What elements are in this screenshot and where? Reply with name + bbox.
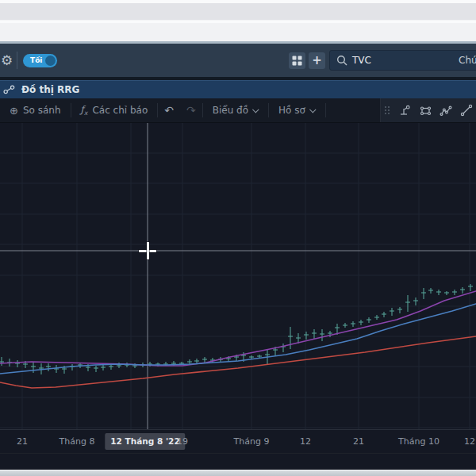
compare-button[interactable]: ⊕ So sánh: [0, 98, 71, 123]
app-toolbar: ⚙ Tối + TVC Chứng: [0, 44, 476, 77]
dark-theme-toggle[interactable]: Tối: [23, 54, 57, 67]
grid-icon: [292, 56, 302, 66]
axis-tick-label: 12: [300, 430, 311, 453]
fx-function-icon: ƒx: [81, 104, 88, 117]
settings-gear-icon[interactable]: ⚙: [1, 52, 13, 68]
toggle-knob-icon: [45, 56, 56, 66]
compare-label: So sánh: [23, 105, 61, 116]
axis-tick-label: 19: [177, 430, 188, 453]
rectangle-tool-icon: [419, 104, 432, 117]
indicators-button[interactable]: ƒx Các chỉ báo: [71, 98, 158, 123]
rectangle-tool-button[interactable]: [415, 100, 436, 121]
undo-icon: ↶: [164, 104, 174, 117]
browser-chrome: [0, 0, 476, 44]
time-axis[interactable]: 12 Tháng 8 '22 21Tháng 819Tháng 91221Thá…: [0, 429, 476, 453]
browser-address-bar-area: [0, 23, 476, 41]
measure-tool-icon: [398, 104, 411, 117]
rrg-tab-title: Đồ thị RRG: [21, 81, 79, 98]
chart-toolbar: ⊕ So sánh ƒx Các chỉ báo ↶ ↷ Biểu đồ Hồ …: [0, 98, 476, 123]
measure-tool-button[interactable]: [394, 100, 415, 121]
axis-tick-label: 21: [17, 430, 28, 453]
rrg-chart-tab-bar[interactable]: Đồ thị RRG: [0, 80, 476, 98]
chart-plot-area[interactable]: [0, 123, 476, 429]
axis-tick-label: Tháng 8: [60, 430, 95, 453]
profile-dropdown[interactable]: Hồ sơ: [269, 98, 325, 123]
search-category-label: Chứng: [459, 51, 476, 70]
drawing-tools-panel: [380, 98, 476, 122]
crosshair-date-label: 12 Tháng 8 '22: [105, 433, 185, 450]
axis-tick-label: 21: [353, 430, 364, 453]
search-symbol-value: TVC: [352, 51, 371, 70]
axis-lower-margin: [0, 453, 476, 470]
rrg-chart-icon: [3, 85, 15, 94]
trend-line-tool-button[interactable]: [456, 100, 476, 121]
chart-type-label: Biểu đồ: [213, 105, 248, 116]
drag-handle-icon[interactable]: [385, 106, 390, 114]
add-chart-button[interactable]: +: [309, 52, 325, 69]
compare-plus-circle-icon: ⊕: [10, 105, 18, 117]
axis-tick-label: Tháng 9: [234, 430, 270, 453]
redo-button[interactable]: ↷: [180, 98, 202, 123]
layout-grid-button[interactable]: [289, 52, 305, 69]
indicators-label: Các chỉ báo: [92, 105, 148, 116]
theme-toggle-label: Tối: [30, 54, 42, 67]
undo-button[interactable]: ↶: [158, 98, 180, 123]
browser-tab-strip: [0, 3, 476, 21]
profile-label: Hồ sơ: [278, 105, 305, 116]
price-chart-canvas: [0, 123, 476, 429]
axis-tick-label: Tháng 10: [398, 430, 440, 453]
redo-icon: ↷: [186, 104, 196, 117]
chevron-down-icon: [309, 106, 316, 113]
axis-tick-label: 12: [464, 430, 475, 453]
search-icon: [336, 55, 347, 66]
window-bottom-edge: [0, 470, 476, 476]
toolbar-divider: [17, 52, 17, 69]
chart-type-dropdown[interactable]: Biểu đồ: [203, 98, 268, 123]
pattern-zigzag-icon: [440, 104, 453, 117]
chevron-down-icon: [252, 106, 259, 113]
trend-line-icon: [460, 104, 473, 117]
symbol-search-box[interactable]: TVC Chứng: [329, 50, 476, 71]
pattern-tool-button[interactable]: [436, 100, 456, 121]
toolbar-separator: [325, 103, 326, 117]
